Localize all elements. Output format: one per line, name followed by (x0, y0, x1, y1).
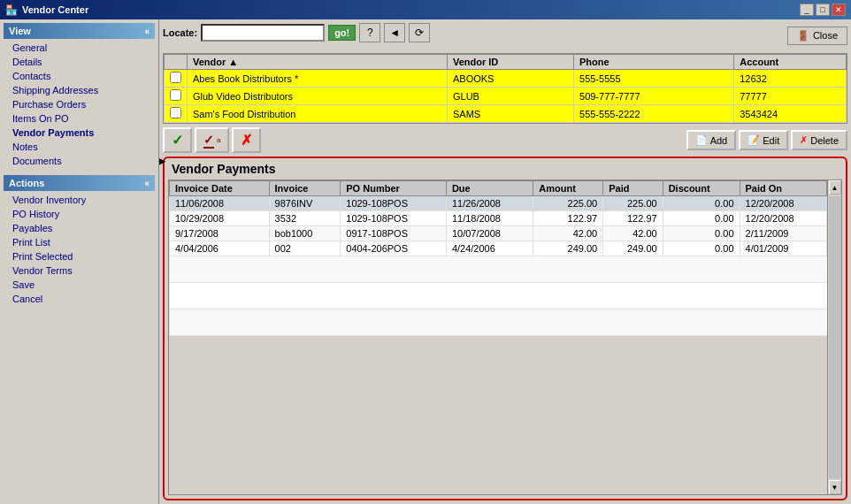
payment-row[interactable]: 4/04/2006 002 0404-206POS 4/24/2006 249.… (170, 241, 841, 256)
add-button[interactable]: 📄 Add (686, 130, 737, 150)
arrow-indicator: ▶ (159, 149, 165, 171)
action-save[interactable]: Save (4, 278, 155, 292)
vendor-name: Abes Book Distributors * (188, 70, 448, 88)
col-invoice[interactable]: Invoice (269, 181, 341, 196)
nav-documents[interactable]: Documents (4, 154, 155, 168)
row-checkbox[interactable] (165, 88, 188, 105)
edit-doc-icon: 📝 (748, 134, 760, 146)
scrollbar[interactable]: ▲ ▼ (827, 180, 841, 494)
action-print-selected[interactable]: Print Selected (4, 249, 155, 263)
close-window-button[interactable]: ✕ (832, 4, 846, 16)
table-row[interactable]: Glub Video Distributors GLUB 509-777-777… (165, 88, 847, 105)
vendor-phone: 509-777-7777 (574, 88, 734, 105)
action-cancel[interactable]: Cancel (4, 292, 155, 306)
payments-table: Invoice Date Invoice PO Number Due Amoun… (169, 180, 841, 336)
payment-po-number: 0404-206POS (341, 241, 447, 256)
help-icon: ? (367, 27, 373, 39)
nav-general[interactable]: General (4, 41, 155, 55)
payment-discount: 0.00 (663, 241, 740, 256)
col-paid[interactable]: Paid (603, 181, 663, 196)
delete-label: Delete (810, 135, 839, 146)
payment-row[interactable]: 10/29/2008 3532 1029-108POS 11/18/2008 1… (170, 211, 841, 226)
action-payables[interactable]: Payables (4, 221, 155, 235)
view-nav-items: General Details Contacts Shipping Addres… (4, 41, 155, 168)
payment-invoice: 002 (269, 241, 341, 256)
refresh-button[interactable]: ⟳ (409, 23, 430, 42)
nav-details[interactable]: Details (4, 55, 155, 69)
close-main-button[interactable]: 🚪 Close (787, 27, 847, 45)
col-discount[interactable]: Discount (663, 181, 740, 196)
scroll-down-button[interactable]: ▼ (829, 480, 841, 494)
vendor-phone: 555-555-2222 (574, 105, 734, 123)
maximize-button[interactable]: □ (816, 4, 830, 16)
nav-purchase-orders[interactable]: Purchase Orders (4, 97, 155, 111)
cross-icon: ✗ (241, 132, 252, 149)
col-due[interactable]: Due (446, 181, 533, 196)
table-row[interactable]: Abes Book Distributors * ABOOKS 555-5555… (165, 70, 847, 88)
nav-shipping-addresses[interactable]: Shipping Addresses (4, 83, 155, 97)
nav-notes[interactable]: Notes (4, 140, 155, 154)
check-green-icon: ✓ (172, 132, 183, 149)
locate-bar: Locate: go! ? ◄ ⟳ (163, 23, 430, 42)
payment-po-number: 1029-108POS (341, 211, 447, 226)
refresh-icon: ⟳ (415, 27, 424, 39)
col-phone[interactable]: Phone (574, 55, 734, 70)
delete-icon: ✗ (800, 134, 808, 146)
col-invoice-date[interactable]: Invoice Date (170, 181, 270, 196)
payment-invoice-date: 11/06/2008 (170, 196, 270, 211)
payment-invoice-date: 10/29/2008 (170, 211, 270, 226)
col-vendor[interactable]: Vendor ▲ (188, 55, 448, 70)
nav-contacts[interactable]: Contacts (4, 69, 155, 83)
check-sub-icon: a (217, 136, 220, 144)
back-button[interactable]: ◄ (384, 23, 405, 42)
payment-po-number: 0917-108POS (341, 226, 447, 241)
vendor-id: GLUB (447, 88, 573, 105)
row-checkbox[interactable] (165, 70, 188, 88)
vendor-phone: 555-5555 (574, 70, 734, 88)
payment-po-number: 1029-108POS (341, 196, 447, 211)
payment-paid-on: 4/01/2009 (740, 241, 826, 256)
vendor-account: 12632 (734, 70, 847, 88)
payment-amount: 42.00 (533, 226, 603, 241)
scroll-track (829, 196, 841, 478)
payment-paid: 225.00 (603, 196, 663, 211)
action-po-history[interactable]: PO History (4, 207, 155, 221)
go-button[interactable]: go! (328, 25, 356, 41)
table-buttons: ✓ ✓ a ✗ 📄 Add 📝 Edit (163, 127, 847, 153)
check-red-icon: ✓ (203, 133, 214, 149)
vendor-name: Sam's Food Distribution (188, 105, 448, 123)
content-area: Locate: go! ? ◄ ⟳ 🚪 Close (159, 19, 851, 504)
payment-paid-on: 12/20/2008 (740, 211, 826, 226)
col-vendor-id[interactable]: Vendor ID (447, 55, 573, 70)
nav-vendor-payments[interactable]: Vendor Payments (4, 126, 155, 140)
scroll-up-button[interactable]: ▲ (829, 180, 841, 195)
vendor-id: ABOOKS (447, 70, 573, 88)
payment-row[interactable]: 11/06/2008 9876INV 1029-108POS 11/26/200… (170, 196, 841, 211)
payment-invoice: bob1000 (269, 226, 341, 241)
check-red-button[interactable]: ✓ a (195, 127, 229, 153)
col-account[interactable]: Account (734, 55, 847, 70)
view-section-header[interactable]: View « (4, 23, 155, 39)
col-amount[interactable]: Amount (533, 181, 603, 196)
delete-button[interactable]: ✗ Delete (791, 130, 847, 150)
minimize-button[interactable]: _ (800, 4, 814, 16)
row-checkbox[interactable] (165, 105, 188, 123)
check-green-button[interactable]: ✓ (163, 127, 192, 153)
locate-input[interactable] (201, 24, 325, 42)
title-bar-left: 🏪 Vendor Center (5, 4, 88, 16)
actions-section-header[interactable]: Actions « (4, 175, 155, 191)
help-button[interactable]: ? (359, 23, 380, 42)
table-row[interactable]: Sam's Food Distribution SAMS 555-555-222… (165, 105, 847, 123)
col-paid-on[interactable]: Paid On (740, 181, 826, 196)
payment-row[interactable]: 9/17/2008 bob1000 0917-108POS 10/07/2008… (170, 226, 841, 241)
edit-button[interactable]: 📝 Edit (739, 130, 788, 150)
vendor-table-container: Vendor ▲ Vendor ID Phone Account Abes Bo… (163, 53, 847, 124)
nav-items-on-po[interactable]: Items On PO (4, 111, 155, 126)
title-bar-controls[interactable]: _ □ ✕ (800, 4, 846, 16)
payment-discount: 0.00 (663, 211, 740, 226)
action-print-list[interactable]: Print List (4, 235, 155, 249)
action-vendor-inventory[interactable]: Vendor Inventory (4, 193, 155, 207)
action-vendor-terms[interactable]: Vendor Terms (4, 263, 155, 278)
cross-button[interactable]: ✗ (232, 127, 261, 153)
col-po-number[interactable]: PO Number (341, 181, 447, 196)
